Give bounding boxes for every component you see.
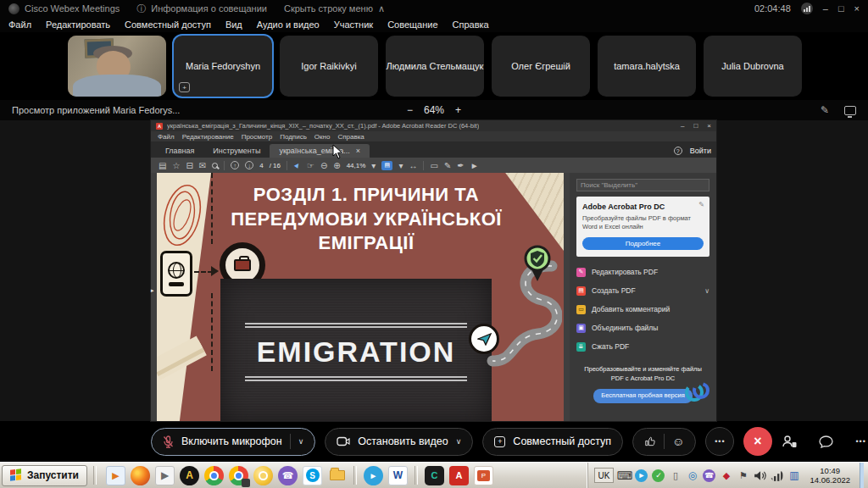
- tool-compress-pdf[interactable]: ⇊ Сжать PDF: [576, 337, 709, 356]
- share-doc-icon[interactable]: ►: [470, 161, 479, 170]
- display-tray-icon[interactable]: ▥: [787, 469, 800, 482]
- tool-edit-pdf[interactable]: ✎ Редактировать PDF: [576, 263, 709, 281]
- smiley-reaction-icon[interactable]: ☺: [672, 435, 684, 448]
- taskbar-icon-skype[interactable]: S: [303, 466, 322, 485]
- page-view-mode-icon[interactable]: ▤: [381, 161, 392, 170]
- taskbar-icon-media-player[interactable]: ▶: [106, 466, 125, 485]
- participant-tile-julia[interactable]: Julia Dubrovna: [704, 36, 802, 97]
- tab-document[interactable]: українська_емігра... ×: [270, 144, 370, 158]
- taskbar-icon-chrome-profile[interactable]: [229, 466, 248, 485]
- acrobat-menu-view[interactable]: Просмотр: [242, 133, 273, 141]
- promo-more-button[interactable]: Подробнее: [582, 237, 704, 250]
- tool-add-comment[interactable]: ▭ Добавить комментарий: [576, 300, 709, 319]
- participant-tile-tamara[interactable]: tamara.halytska: [598, 36, 696, 97]
- network-tray-icon[interactable]: [771, 469, 783, 482]
- more-panels-icon[interactable]: •••: [855, 437, 865, 446]
- participant-tile-oleh[interactable]: Олег Єгрешій: [492, 36, 590, 97]
- search-icon[interactable]: [212, 163, 218, 169]
- pencil-icon[interactable]: ✎: [444, 161, 451, 170]
- volume-tray-icon[interactable]: [754, 469, 766, 482]
- taskbar-icon-viber[interactable]: ☎: [278, 466, 298, 485]
- zoom-in-icon[interactable]: ⊕: [333, 161, 340, 170]
- taskbar-icon-chrome[interactable]: [204, 466, 224, 485]
- next-page-icon[interactable]: ↓: [245, 161, 253, 169]
- video-options-chevron-icon[interactable]: ∨: [456, 437, 462, 446]
- taskbar-icon-aimp[interactable]: A: [180, 466, 199, 485]
- annotate-pen-icon[interactable]: ✎: [821, 104, 829, 116]
- keyboard-tray-icon[interactable]: ⌨: [618, 469, 631, 482]
- fit-width-icon[interactable]: ↔: [409, 161, 417, 170]
- leave-meeting-button[interactable]: ×: [743, 427, 772, 456]
- save-file-icon[interactable]: ▤: [159, 161, 166, 170]
- browser-tray-icon[interactable]: ◎: [686, 469, 698, 482]
- email-icon[interactable]: ✉: [199, 161, 206, 170]
- chat-panel-icon[interactable]: [819, 435, 833, 448]
- panel-search-input[interactable]: [576, 179, 709, 191]
- menu-help[interactable]: Справка: [453, 19, 489, 30]
- reactions-button[interactable]: ☺: [632, 428, 696, 456]
- taskbar-icon-telegram[interactable]: ►: [364, 466, 383, 485]
- zoom-out-icon[interactable]: ⊖: [320, 161, 327, 170]
- more-options-button[interactable]: •••: [705, 427, 734, 456]
- comment-icon[interactable]: ▭: [430, 161, 437, 170]
- tool-create-pdf[interactable]: ▤ Создать PDF ∨: [576, 281, 709, 300]
- sign-in-button[interactable]: Войти: [690, 147, 711, 155]
- connection-signal-icon[interactable]: [801, 3, 813, 14]
- taskbar-icon-firefox[interactable]: [131, 466, 150, 485]
- acrobat-maximize-button[interactable]: □: [693, 122, 698, 130]
- zoom-level-field[interactable]: 44,1%: [347, 162, 366, 169]
- menu-file[interactable]: Файл: [8, 19, 31, 30]
- acrobat-menu-file[interactable]: Файл: [158, 133, 175, 141]
- start-button[interactable]: Запустити: [2, 465, 87, 486]
- zoom-out-button[interactable]: −: [407, 104, 413, 116]
- zoom-in-button[interactable]: +: [455, 104, 461, 116]
- menu-meeting[interactable]: Совещание: [387, 19, 437, 30]
- telegram-tray-icon[interactable]: ►: [635, 469, 648, 482]
- menu-view[interactable]: Вид: [225, 19, 242, 30]
- taskbar-icon-acrobat[interactable]: A: [449, 466, 469, 485]
- taskbar-icon-powerpoint[interactable]: P: [474, 466, 493, 485]
- language-indicator[interactable]: UK: [594, 468, 615, 483]
- acrobat-menu-sign[interactable]: Подпись: [280, 133, 307, 141]
- participant-video-tile[interactable]: [68, 36, 166, 97]
- taskbar-icon-chrome-canary[interactable]: [253, 466, 273, 485]
- menu-edit[interactable]: Редактировать: [46, 19, 110, 30]
- tab-tools[interactable]: Инструменты: [203, 144, 270, 158]
- maximize-button[interactable]: □: [838, 3, 844, 14]
- taskbar-icon-file-explorer[interactable]: [327, 466, 347, 485]
- minimize-button[interactable]: –: [823, 3, 828, 14]
- select-tool-icon[interactable]: ►: [292, 159, 303, 170]
- free-trial-button[interactable]: Бесплатная пробная версия: [593, 389, 693, 403]
- tool-combine-files[interactable]: ▣ Объединить файлы: [576, 319, 709, 337]
- participant-tile-liudmyla[interactable]: Людмила Стельмащук: [386, 36, 484, 97]
- show-desktop-button[interactable]: [860, 463, 864, 488]
- chevron-down-icon[interactable]: ∨: [704, 287, 709, 295]
- acrobat-menu-window[interactable]: Окно: [314, 133, 331, 141]
- page-number-field[interactable]: 4: [259, 162, 263, 169]
- hide-menu-toggle[interactable]: Скрыть строку меню ∧: [284, 3, 385, 14]
- expand-pane-icon[interactable]: ▸: [151, 287, 154, 294]
- taskbar-icon-word[interactable]: W: [388, 466, 408, 485]
- clipboard-tray-icon[interactable]: ▯: [669, 469, 682, 482]
- taskbar-icon-kmplayer[interactable]: ▶: [155, 466, 175, 485]
- viber-tray-icon[interactable]: ☎: [703, 469, 715, 482]
- print-icon[interactable]: ⊟: [186, 161, 192, 170]
- tab-close-icon[interactable]: ×: [356, 147, 360, 155]
- menu-share[interactable]: Совместный доступ: [125, 19, 211, 30]
- participants-panel-icon[interactable]: [782, 435, 797, 448]
- action-center-flag-icon[interactable]: ⚑: [737, 469, 749, 482]
- view-dropdown-icon[interactable]: ▾: [398, 161, 403, 170]
- help-icon[interactable]: ?: [674, 147, 682, 155]
- close-button[interactable]: ×: [854, 3, 860, 14]
- acrobat-minimize-button[interactable]: –: [681, 122, 684, 130]
- previous-page-icon[interactable]: ↑: [231, 161, 239, 169]
- fill-sign-icon[interactable]: ✒: [457, 161, 464, 170]
- stop-video-button[interactable]: Остановить видео ∨: [325, 428, 473, 456]
- zoom-dropdown-icon[interactable]: ▾: [371, 161, 376, 170]
- acrobat-close-button[interactable]: ×: [707, 122, 711, 130]
- tab-home[interactable]: Главная: [156, 144, 203, 158]
- antivirus-tray-icon[interactable]: ✓: [652, 469, 665, 482]
- menu-participant[interactable]: Участник: [334, 19, 373, 30]
- star-icon[interactable]: ☆: [172, 161, 180, 170]
- participant-tile-maria[interactable]: Maria Fedoryshyn +: [174, 36, 272, 97]
